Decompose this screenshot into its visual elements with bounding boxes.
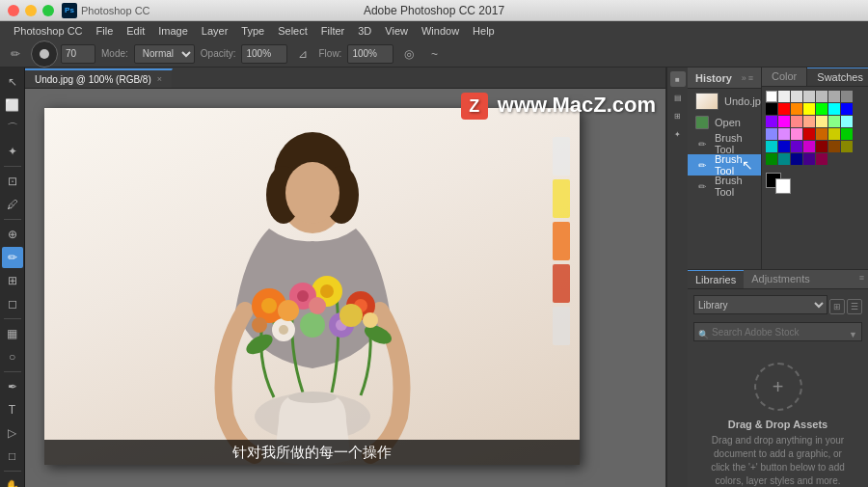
menu-file[interactable]: File bbox=[91, 21, 120, 41]
swatch-darkcyan[interactable] bbox=[766, 141, 777, 152]
swatches-icon-strip[interactable]: ⊞ bbox=[670, 108, 686, 123]
swatch-gray3[interactable] bbox=[803, 91, 815, 102]
swatch-darkpurple[interactable] bbox=[791, 141, 802, 152]
pressure-opacity-icon[interactable]: ⊿ bbox=[293, 44, 312, 64]
adjustments-tab[interactable]: Adjustments bbox=[744, 270, 818, 288]
library-search-input[interactable] bbox=[693, 322, 862, 341]
text-tool[interactable]: T bbox=[2, 399, 23, 420]
add-asset-button[interactable]: + bbox=[754, 363, 802, 411]
hand-tool[interactable]: ✋ bbox=[2, 475, 23, 487]
brush-tool[interactable]: ✏ bbox=[2, 247, 23, 268]
swatch-orange[interactable] bbox=[791, 103, 802, 115]
history-item-open[interactable]: Open bbox=[688, 112, 761, 133]
swatch-olive[interactable] bbox=[841, 141, 853, 152]
shape-tool[interactable]: □ bbox=[2, 446, 23, 467]
heal-tool[interactable]: ⊕ bbox=[2, 224, 23, 245]
swatch-hotpink[interactable] bbox=[791, 128, 802, 140]
opacity-input[interactable] bbox=[241, 44, 287, 64]
swatch-gray4[interactable] bbox=[816, 91, 827, 102]
swatch-lavender[interactable] bbox=[778, 128, 790, 140]
smoothing-icon[interactable]: ~ bbox=[424, 44, 444, 64]
maximize-button[interactable] bbox=[42, 5, 54, 16]
swatches-tab[interactable]: Swatches bbox=[807, 68, 868, 86]
gradient-map-icon[interactable]: ▤ bbox=[670, 90, 686, 105]
swatch-darkorange[interactable] bbox=[816, 128, 827, 140]
menu-layer[interactable]: Layer bbox=[196, 21, 234, 41]
style-icon-strip[interactable]: ✦ bbox=[670, 126, 686, 142]
swatch-lightyellow[interactable] bbox=[816, 116, 827, 127]
swatch-navy[interactable] bbox=[791, 153, 802, 165]
swatch-teal[interactable] bbox=[778, 153, 790, 165]
list-view-btn[interactable]: ☰ bbox=[847, 299, 862, 314]
path-select-tool[interactable]: ▷ bbox=[2, 422, 23, 444]
eyedropper-tool[interactable]: 🖊 bbox=[2, 194, 23, 215]
dodge-tool[interactable]: ○ bbox=[2, 346, 23, 367]
brush-size-preview[interactable] bbox=[31, 41, 58, 68]
history-item-brush-2[interactable]: ✏ Brush Tool ↖ bbox=[688, 154, 761, 176]
grid-view-btn[interactable]: ⊞ bbox=[829, 299, 845, 314]
color-picker-icon[interactable]: ■ bbox=[670, 71, 686, 87]
swatch-lightblue[interactable] bbox=[766, 128, 777, 140]
mode-select[interactable]: Normal bbox=[134, 44, 195, 64]
swatch-gray1[interactable] bbox=[778, 91, 790, 102]
minimize-button[interactable] bbox=[25, 5, 37, 16]
swatch-brown[interactable] bbox=[828, 141, 840, 152]
menu-type[interactable]: Type bbox=[235, 21, 270, 41]
menu-help[interactable]: Help bbox=[467, 21, 501, 41]
eraser-tool[interactable]: ◻ bbox=[2, 293, 23, 314]
swatch-yellow[interactable] bbox=[803, 103, 815, 115]
search-dropdown-icon[interactable]: ▼ bbox=[849, 330, 857, 339]
library-select[interactable]: Library bbox=[693, 295, 827, 314]
history-item-brush-3[interactable]: ✏ Brush Tool bbox=[688, 176, 761, 197]
swatch-pink[interactable] bbox=[791, 116, 802, 127]
swatch-maroon[interactable] bbox=[816, 141, 827, 152]
lasso-tool[interactable]: ⌒ bbox=[2, 118, 23, 139]
libraries-panel-menu[interactable]: ≡ bbox=[855, 270, 868, 288]
menu-edit[interactable]: Edit bbox=[121, 21, 150, 41]
libraries-tab[interactable]: Libraries bbox=[688, 270, 744, 288]
menu-view[interactable]: View bbox=[379, 21, 414, 41]
swatch-indigo[interactable] bbox=[803, 153, 815, 165]
clone-tool[interactable]: ⊞ bbox=[2, 270, 23, 291]
swatch-red[interactable] bbox=[778, 103, 790, 115]
swatch-peach[interactable] bbox=[803, 116, 815, 127]
menu-photoshop[interactable]: Photoshop CC bbox=[8, 21, 89, 41]
swatch-burgundy[interactable] bbox=[816, 153, 827, 165]
swatch-lightcyan[interactable] bbox=[841, 116, 853, 127]
document-tab[interactable]: Undo.jpg @ 100% (RGB/8) × bbox=[25, 68, 173, 88]
swatch-white[interactable] bbox=[766, 91, 777, 102]
swatch-darkblue[interactable] bbox=[778, 141, 790, 152]
magic-wand-tool[interactable]: ✦ bbox=[2, 141, 23, 162]
swatch-green[interactable] bbox=[816, 103, 827, 115]
document-canvas[interactable]: 针对我所做的每一个操作 bbox=[44, 108, 580, 465]
close-button[interactable] bbox=[8, 5, 19, 16]
fg-bg-small[interactable] bbox=[766, 173, 791, 194]
window-controls[interactable] bbox=[8, 5, 54, 16]
swatch-magenta[interactable] bbox=[778, 116, 790, 127]
move-tool[interactable]: ↖ bbox=[2, 71, 23, 93]
history-item-brush-1[interactable]: ✏ Brush Tool bbox=[688, 133, 761, 154]
brush-size-input[interactable] bbox=[61, 44, 95, 64]
swatch-gray2[interactable] bbox=[791, 91, 802, 102]
history-panel-controls[interactable]: » ≡ bbox=[742, 73, 753, 83]
history-item-snapshot[interactable]: Undo.jpg bbox=[688, 91, 761, 112]
swatch-darkgreen[interactable] bbox=[841, 128, 853, 140]
swatch-purple[interactable] bbox=[766, 116, 777, 127]
swatch-forest[interactable] bbox=[766, 153, 777, 165]
color-tab[interactable]: Color bbox=[762, 68, 807, 86]
swatch-darkyellow[interactable] bbox=[828, 128, 840, 140]
crop-tool[interactable]: ⊡ bbox=[2, 171, 23, 192]
history-menu-btn[interactable]: ≡ bbox=[748, 73, 753, 83]
rect-select-tool[interactable]: ⬜ bbox=[2, 95, 23, 116]
swatch-lightgreen[interactable] bbox=[828, 116, 840, 127]
swatch-blue[interactable] bbox=[841, 103, 853, 115]
menu-window[interactable]: Window bbox=[416, 21, 465, 41]
pen-tool[interactable]: ✒ bbox=[2, 376, 23, 397]
swatch-gray5[interactable] bbox=[828, 91, 840, 102]
menu-select[interactable]: Select bbox=[272, 21, 313, 41]
menu-filter[interactable]: Filter bbox=[315, 21, 350, 41]
history-collapse-btn[interactable]: » bbox=[742, 73, 746, 83]
tab-close-button[interactable]: × bbox=[157, 74, 162, 84]
gradient-tool[interactable]: ▦ bbox=[2, 323, 23, 344]
swatch-darkmagenta[interactable] bbox=[803, 141, 815, 152]
